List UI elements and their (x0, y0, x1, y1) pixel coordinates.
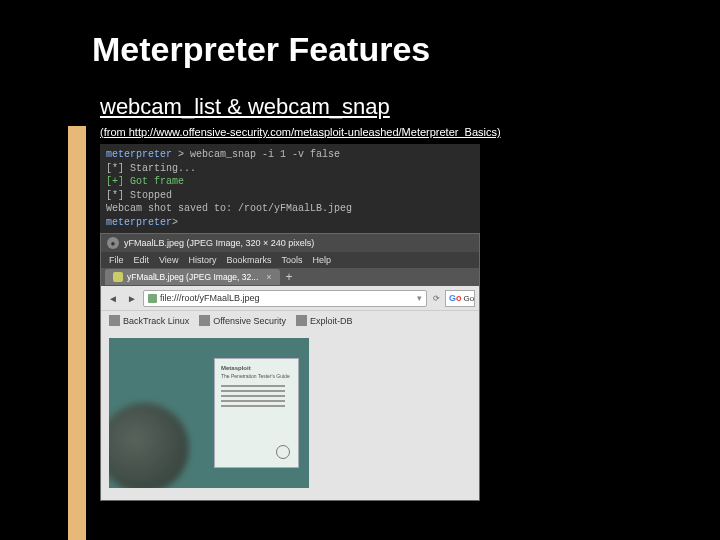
new-tab-icon[interactable]: + (286, 270, 293, 284)
bookmark-offsec[interactable]: Offensive Security (199, 315, 286, 326)
close-tab-icon[interactable]: × (266, 272, 271, 282)
tab-label: yFMaalLB.jpeg (JPEG Image, 32... (127, 272, 258, 282)
menu-bookmarks[interactable]: Bookmarks (226, 255, 271, 265)
menu-history[interactable]: History (188, 255, 216, 265)
browser-tab[interactable]: yFMaalLB.jpeg (JPEG Image, 32... × (105, 269, 280, 285)
browser-viewport: Metasploit The Penetration Tester's Guid… (101, 330, 479, 500)
browser-tabstrip: yFMaalLB.jpeg (JPEG Image, 32... × + (101, 268, 479, 286)
page-icon (148, 294, 157, 303)
bookmark-label: BackTrack Linux (123, 316, 189, 326)
terminal-command: > (172, 217, 178, 228)
search-box[interactable]: Go Go (445, 290, 475, 307)
terminal-prompt: meterpreter (106, 217, 172, 228)
book-title: Metasploit (221, 365, 292, 371)
app-icon: ● (107, 237, 119, 249)
content-block: webcam_list & webcam_snap (from http://w… (100, 94, 660, 501)
photo-foreground (109, 403, 189, 488)
accent-left-bar (68, 126, 86, 540)
search-label: Go (464, 294, 475, 303)
menu-edit[interactable]: Edit (134, 255, 150, 265)
bookmark-icon (296, 315, 307, 326)
menu-file[interactable]: File (109, 255, 124, 265)
url-text: file:///root/yFMaalLB.jpeg (160, 293, 260, 303)
book-logo-icon (276, 445, 290, 459)
bookmark-backtrack[interactable]: BackTrack Linux (109, 315, 189, 326)
terminal-line: Webcam shot saved to: /root/yFMaalLB.jpe… (106, 202, 474, 216)
browser-titlebar: ● yFMaalLB.jpeg (JPEG Image, 320 × 240 p… (101, 234, 479, 252)
window-title: yFMaalLB.jpeg (JPEG Image, 320 × 240 pix… (124, 238, 314, 248)
page-title: Meterpreter Features (92, 30, 430, 69)
dropdown-icon[interactable]: ▾ (417, 293, 422, 303)
tab-favicon-icon (113, 272, 123, 282)
forward-icon[interactable]: ► (124, 290, 140, 306)
url-bar[interactable]: file:///root/yFMaalLB.jpeg ▾ (143, 290, 427, 307)
source-link[interactable]: (from http://www.offensive-security.com/… (100, 126, 660, 138)
terminal-command: > webcam_snap -i 1 -v false (178, 149, 340, 160)
bookmark-label: Exploit-DB (310, 316, 353, 326)
bookmark-icon (199, 315, 210, 326)
terminal-prompt: meterpreter (106, 149, 172, 160)
reload-icon[interactable]: ⟳ (430, 292, 442, 304)
terminal-output: meterpreter > webcam_snap -i 1 -v false … (100, 144, 480, 233)
browser-menubar: File Edit View History Bookmarks Tools H… (101, 252, 479, 268)
terminal-line: [*] Starting... (106, 162, 474, 176)
browser-toolbar: ◄ ► file:///root/yFMaalLB.jpeg ▾ ⟳ Go Go (101, 286, 479, 310)
menu-view[interactable]: View (159, 255, 178, 265)
menu-tools[interactable]: Tools (281, 255, 302, 265)
bookmark-label: Offensive Security (213, 316, 286, 326)
webcam-image: Metasploit The Penetration Tester's Guid… (109, 338, 309, 488)
terminal-line: [*] Stopped (106, 189, 474, 203)
google-logo-icon: Go (449, 293, 462, 303)
back-icon[interactable]: ◄ (105, 290, 121, 306)
terminal-line: [+] Got frame (106, 175, 474, 189)
book-subtitle: The Penetration Tester's Guide (221, 373, 292, 379)
photo-book: Metasploit The Penetration Tester's Guid… (214, 358, 299, 468)
bookmarks-bar: BackTrack Linux Offensive Security Explo… (101, 310, 479, 330)
subtitle: webcam_list & webcam_snap (100, 94, 660, 120)
bookmark-exploitdb[interactable]: Exploit-DB (296, 315, 353, 326)
bookmark-icon (109, 315, 120, 326)
browser-window: ● yFMaalLB.jpeg (JPEG Image, 320 × 240 p… (100, 233, 480, 501)
book-lines (221, 385, 292, 407)
menu-help[interactable]: Help (312, 255, 331, 265)
